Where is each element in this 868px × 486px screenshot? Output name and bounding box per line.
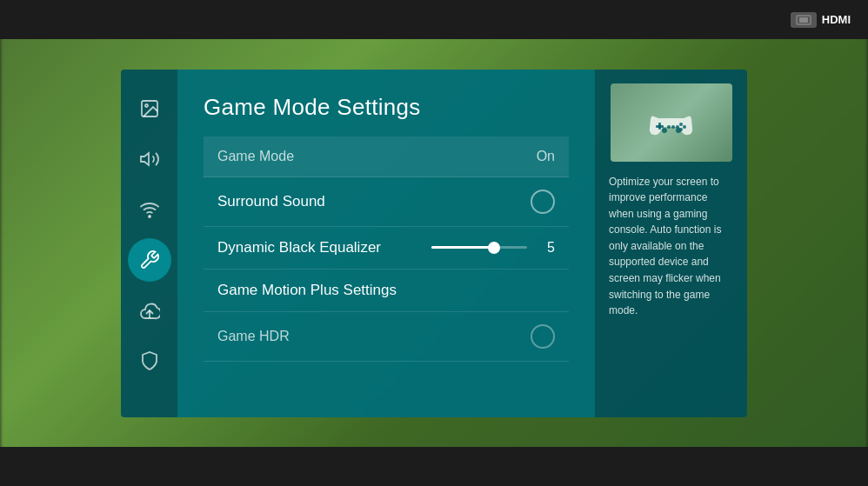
menu-item-dynamic-black-eq[interactable]: Dynamic Black Equalizer 5	[204, 227, 569, 270]
svg-point-14	[667, 125, 671, 129]
main-section: Game Mode Settings Game Mode On Surround…	[177, 70, 595, 417]
slider-track[interactable]	[431, 246, 527, 249]
svg-point-10	[679, 123, 683, 126]
info-panel: Optimize your screen to improve performa…	[595, 70, 747, 417]
sidebar	[121, 70, 177, 417]
menu-item-game-mode[interactable]: Game Mode On	[204, 136, 569, 177]
game-hdr-toggle[interactable]	[531, 324, 555, 349]
svg-point-11	[683, 125, 686, 129]
sidebar-item-picture[interactable]	[128, 87, 171, 130]
game-mode-value: On	[537, 149, 555, 164]
svg-rect-2	[799, 17, 808, 23]
sidebar-item-sound[interactable]	[128, 137, 171, 181]
svg-marker-5	[141, 153, 149, 165]
hdmi-label: HDMI	[822, 13, 851, 26]
slider-fill	[431, 246, 494, 249]
tv-bezel-bottom	[0, 447, 868, 486]
game-hdr-label: Game HDR	[217, 329, 290, 344]
svg-rect-9	[656, 125, 664, 128]
svg-point-16	[662, 128, 667, 133]
tv-bezel-top: HDMI	[0, 0, 868, 39]
game-mode-label: Game Mode	[217, 149, 294, 164]
slider-value: 5	[537, 240, 555, 256]
svg-point-15	[671, 125, 675, 129]
hdmi-badge: HDMI	[791, 12, 851, 28]
info-image	[611, 83, 732, 162]
slider-container: 5	[431, 240, 555, 256]
main-content: Game Mode Settings Game Mode On Surround…	[0, 39, 868, 447]
sidebar-item-shield[interactable]	[128, 339, 171, 383]
sidebar-item-cloud[interactable]	[128, 289, 171, 332]
svg-point-17	[676, 128, 681, 133]
sidebar-item-network[interactable]	[128, 188, 171, 231]
slider-thumb[interactable]	[488, 242, 500, 254]
menu-item-game-motion-plus[interactable]: Game Motion Plus Settings	[204, 270, 569, 312]
game-motion-plus-label: Game Motion Plus Settings	[217, 282, 397, 299]
info-description: Optimize your screen to improve performa…	[609, 174, 733, 319]
page-title: Game Mode Settings	[204, 94, 569, 121]
svg-point-4	[145, 104, 148, 107]
sidebar-item-tools[interactable]	[128, 238, 171, 282]
hdmi-icon	[791, 12, 817, 28]
menu-item-surround-sound[interactable]: Surround Sound	[204, 177, 569, 227]
surround-sound-label: Surround Sound	[217, 193, 325, 210]
menu-item-game-hdr[interactable]: Game HDR	[204, 312, 569, 362]
settings-panel: Game Mode Settings Game Mode On Surround…	[121, 70, 747, 417]
surround-sound-toggle[interactable]	[531, 190, 555, 214]
svg-point-6	[149, 216, 150, 217]
dynamic-black-eq-label: Dynamic Black Equalizer	[217, 239, 381, 256]
